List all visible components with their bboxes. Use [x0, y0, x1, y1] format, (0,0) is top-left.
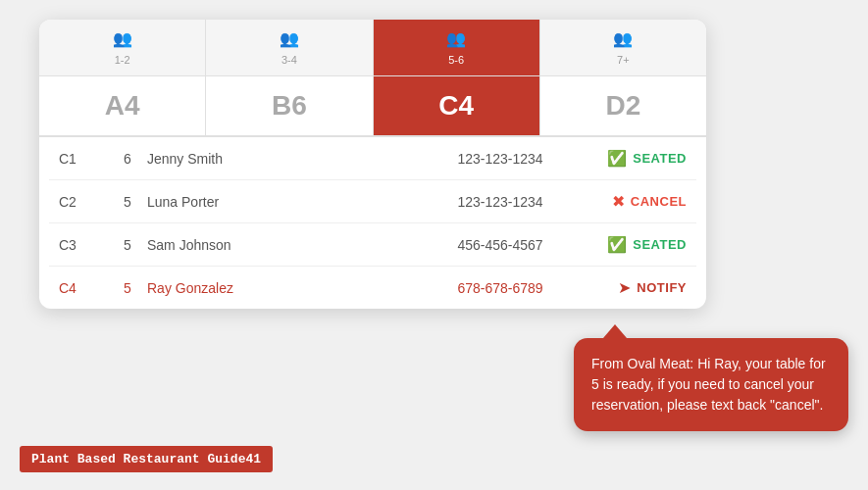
- row-num-c3: 5: [108, 237, 147, 253]
- tab-icon-1-2[interactable]: 👥 1-2: [39, 20, 206, 75]
- tab-letter-a4[interactable]: A4: [39, 76, 206, 135]
- status-label-c3: SEATED: [633, 237, 687, 252]
- status-label-c2: CANCEL: [631, 194, 687, 209]
- row-name-c4: Ray Gonzalez: [147, 280, 432, 296]
- row-status-c3: ✅ SEATED: [569, 235, 687, 254]
- row-status-c4[interactable]: ➤ NOTIFY: [569, 278, 687, 297]
- tab-letter-d2[interactable]: D2: [540, 76, 706, 135]
- speech-bubble: From Oval Meat: Hi Ray, your table for 5…: [574, 338, 848, 431]
- row-num-c1: 6: [108, 151, 147, 167]
- row-phone-c3: 456-456-4567: [432, 237, 569, 253]
- tab-icon-7plus[interactable]: 👥 7+: [540, 20, 706, 75]
- row-name-c1: Jenny Smith: [147, 151, 432, 167]
- row-id-c2: C2: [59, 194, 108, 210]
- tab-letter-b6[interactable]: B6: [206, 76, 373, 135]
- row-id-c4: C4: [59, 280, 108, 296]
- row-id-c3: C3: [59, 237, 108, 253]
- seated-icon-c3: ✅: [607, 235, 627, 254]
- tab-range-1-2: 1-2: [115, 54, 130, 66]
- tab-range-5-6: 5-6: [448, 54, 464, 66]
- row-name-c3: Sam Johnson: [147, 237, 432, 253]
- bottom-label: Plant Based Restaurant Guide41: [20, 446, 273, 472]
- reservations-table: C1 6 Jenny Smith 123-123-1234 ✅ SEATED C…: [39, 137, 706, 309]
- status-label-c4: NOTIFY: [637, 280, 687, 295]
- table-row-active: C4 5 Ray Gonzalez 678-678-6789 ➤ NOTIFY: [49, 267, 696, 309]
- tab-range-3-4: 3-4: [281, 54, 297, 66]
- tabs-letter-row: A4 B6 C4 D2: [39, 76, 706, 137]
- tab-icon-3-4[interactable]: 👥 3-4: [206, 20, 373, 75]
- group-icon-5-6: 👥: [382, 29, 532, 48]
- cancel-icon-c2: ✖: [612, 192, 625, 211]
- row-num-c4: 5: [108, 280, 147, 296]
- row-phone-c2: 123-123-1234: [432, 194, 569, 210]
- row-id-c1: C1: [59, 151, 108, 167]
- status-label-c1: SEATED: [633, 151, 687, 166]
- table-row: C1 6 Jenny Smith 123-123-1234 ✅ SEATED: [49, 137, 696, 180]
- notify-icon-c4: ➤: [618, 278, 631, 297]
- row-phone-c1: 123-123-1234: [432, 151, 569, 167]
- row-name-c2: Luna Porter: [147, 194, 432, 210]
- tab-letter-c4[interactable]: C4: [374, 76, 540, 135]
- group-icon-7plus: 👥: [548, 29, 698, 48]
- group-icon-3-4: 👥: [214, 29, 364, 48]
- group-icon-1-2: 👥: [47, 29, 197, 48]
- main-panel: 👥 1-2 👥 3-4 👥 5-6 👥 7+ A4 B6 C4 D2 C1 6 …: [39, 20, 706, 309]
- tabs-icon-row: 👥 1-2 👥 3-4 👥 5-6 👥 7+: [39, 20, 706, 76]
- table-row: C2 5 Luna Porter 123-123-1234 ✖ CANCEL: [49, 180, 696, 223]
- row-num-c2: 5: [108, 194, 147, 210]
- tab-range-7plus: 7+: [617, 54, 630, 66]
- table-row: C3 5 Sam Johnson 456-456-4567 ✅ SEATED: [49, 223, 696, 267]
- tab-icon-5-6[interactable]: 👥 5-6: [374, 20, 540, 75]
- row-status-c2: ✖ CANCEL: [569, 192, 687, 211]
- speech-bubble-text: From Oval Meat: Hi Ray, your table for 5…: [591, 356, 826, 413]
- row-status-c1: ✅ SEATED: [569, 149, 687, 168]
- row-phone-c4: 678-678-6789: [432, 280, 569, 296]
- seated-icon-c1: ✅: [607, 149, 627, 168]
